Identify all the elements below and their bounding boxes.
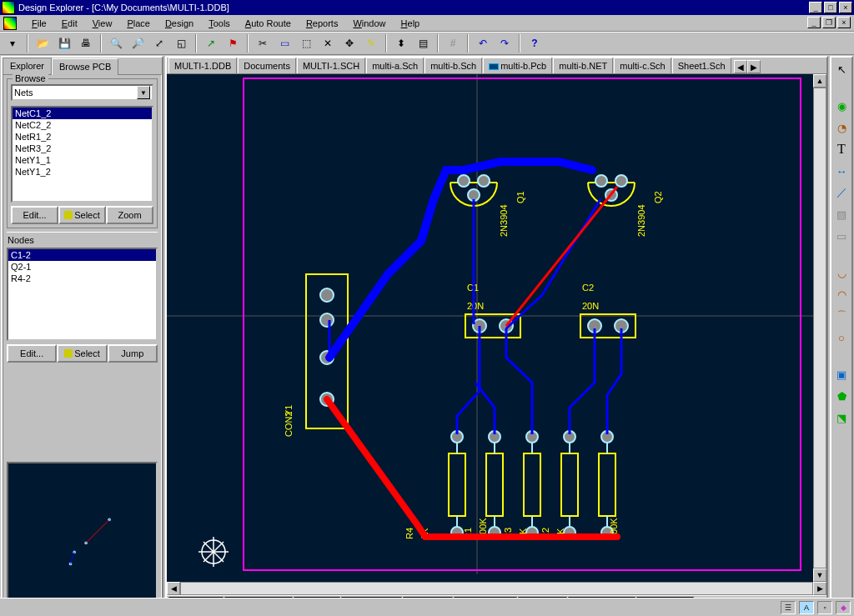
zoom-button[interactable]: Zoom — [106, 206, 153, 224]
mdi-minimize-button[interactable]: _ — [807, 17, 821, 28]
status-4[interactable]: ◆ — [836, 601, 851, 614]
svg-point-16 — [320, 313, 334, 327]
doc-tab[interactable]: multi-a.Sch — [366, 58, 424, 73]
select-button[interactable]: Select — [58, 206, 106, 224]
undo-button[interactable]: ↶ — [474, 34, 492, 53]
nodes-listbox[interactable]: C1-2 Q2-1 R4-2 — [7, 248, 158, 341]
component-tool[interactable]: ▣ — [833, 366, 850, 383]
arc-tool-3[interactable]: ⌒ — [833, 308, 850, 324]
rect-tool[interactable]: ▭ — [833, 228, 850, 244]
highlight-button[interactable]: ✎ — [362, 34, 380, 53]
node-edit-button[interactable]: Edit... — [7, 344, 57, 363]
menu-place[interactable]: Place — [120, 17, 157, 30]
menu-file[interactable]: File — [25, 17, 53, 30]
zoom-fit-button[interactable]: ⤢ — [150, 34, 168, 53]
zoom-out-button[interactable]: 🔎 — [128, 34, 147, 53]
svg-text:C2: C2 — [582, 283, 594, 293]
mdi-restore-button[interactable]: ❐ — [822, 17, 836, 28]
list-item[interactable]: NetR1_2 — [13, 131, 152, 143]
save-button[interactable]: 💾 — [55, 34, 73, 53]
report-button[interactable]: ▤ — [414, 34, 432, 53]
library-button[interactable]: ⬍ — [392, 34, 410, 53]
dimension-tool[interactable]: ↔ — [833, 163, 850, 179]
tool-2[interactable]: ⚑ — [224, 34, 242, 53]
deselect-button[interactable]: ✕ — [319, 34, 337, 53]
doc-tab[interactable]: multi-c.Sch — [614, 58, 671, 73]
mdi-close-button[interactable]: × — [837, 17, 851, 28]
arc-tool-2[interactable]: ◠ — [833, 286, 850, 303]
minimize-button[interactable]: _ — [809, 2, 822, 13]
status-2[interactable]: A — [799, 601, 814, 614]
arc-tool-1[interactable]: ◡ — [833, 264, 850, 281]
move-button[interactable]: ✥ — [340, 34, 359, 53]
split-tool[interactable]: ⬔ — [833, 409, 850, 426]
doc-tab[interactable]: MULTI-1.DDB — [168, 58, 237, 73]
tab-scroll-left[interactable]: ◀ — [734, 60, 747, 73]
pad-tool[interactable]: ◉ — [833, 98, 850, 114]
close-button[interactable]: × — [839, 2, 852, 13]
via-tool[interactable]: ◔ — [833, 119, 850, 136]
doc-tab-active[interactable]: multi-b.Pcb — [483, 58, 552, 73]
menu-design[interactable]: Design — [158, 17, 200, 30]
redraw-button[interactable]: ◱ — [172, 34, 190, 53]
list-item[interactable]: NetY1_2 — [13, 166, 152, 178]
tool-1[interactable]: ↗ — [202, 34, 220, 53]
select-dash-button[interactable]: ⬚ — [297, 34, 315, 53]
scroll-up-button[interactable]: ▲ — [813, 74, 826, 88]
chevron-down-icon[interactable]: ▼ — [137, 86, 150, 99]
menu-edit[interactable]: Edit — [55, 17, 84, 30]
redo-button[interactable]: ↷ — [495, 34, 514, 53]
help-button[interactable]: ? — [525, 34, 544, 53]
status-1[interactable]: ☰ — [781, 601, 796, 614]
node-select-button[interactable]: Select — [57, 344, 107, 363]
doc-tab[interactable]: Documents — [238, 58, 296, 73]
list-item[interactable]: NetR3_2 — [13, 143, 152, 154]
new-button[interactable]: ▾ — [3, 34, 22, 53]
edit-button[interactable]: Edit... — [11, 206, 58, 224]
cut-button[interactable]: ✂ — [254, 34, 272, 53]
menu-window[interactable]: Window — [346, 17, 392, 30]
menu-tools[interactable]: Tools — [202, 17, 237, 30]
scroll-right-button[interactable]: ▶ — [813, 582, 826, 595]
zoom-in-button[interactable]: 🔍 — [107, 34, 125, 53]
print-button[interactable]: 🖶 — [77, 34, 95, 53]
open-button[interactable]: 📂 — [33, 34, 52, 53]
menu-view[interactable]: View — [86, 17, 119, 30]
horizontal-scrollbar[interactable]: ◀ ▶ — [167, 582, 826, 595]
list-item[interactable]: R4-2 — [8, 273, 156, 284]
list-item[interactable]: C1-2 — [8, 249, 156, 261]
nets-listbox[interactable]: NetC1_2 NetC2_2 NetR1_2 NetR3_2 NetY1_1 … — [11, 106, 153, 203]
minimap[interactable] — [7, 462, 158, 608]
app-menu-icon[interactable] — [3, 17, 17, 30]
list-item[interactable]: Q2-1 — [8, 261, 156, 273]
doc-tab[interactable]: multi-b.NET — [553, 58, 613, 73]
menu-autoroute[interactable]: Auto Route — [239, 17, 298, 30]
list-item[interactable]: NetC1_2 — [13, 108, 152, 119]
pcb-canvas[interactable]: Y1 CON2 Q1 2N3904 — [167, 74, 826, 582]
maximize-button[interactable]: □ — [824, 2, 837, 13]
menu-help[interactable]: Help — [394, 17, 427, 30]
tab-scroll-right[interactable]: ▶ — [747, 60, 761, 73]
list-item[interactable]: NetC2_2 — [13, 119, 152, 131]
circle-tool[interactable]: ○ — [833, 329, 850, 346]
browse-dropdown[interactable]: Nets ▼ — [11, 84, 153, 101]
select-rect-button[interactable]: ▭ — [275, 34, 294, 53]
menu-reports[interactable]: Reports — [299, 17, 345, 30]
tab-browse-pcb[interactable]: Browse PCB — [52, 58, 118, 75]
list-item[interactable]: NetY1_1 — [13, 154, 152, 166]
polygon-tool[interactable]: ⬟ — [833, 388, 850, 404]
tab-explorer[interactable]: Explorer — [3, 58, 52, 74]
fill-tool[interactable]: ▧ — [833, 206, 850, 223]
doc-tab[interactable]: MULTI-1.SCH — [297, 58, 365, 73]
line-tool[interactable]: ／ — [833, 184, 850, 201]
scroll-down-button[interactable]: ▼ — [813, 568, 826, 582]
text-tool[interactable]: T — [833, 141, 850, 158]
jump-button[interactable]: Jump — [108, 344, 158, 363]
vertical-scrollbar[interactable]: ▲ ▼ — [813, 74, 826, 582]
status-3[interactable]: ▫ — [817, 601, 832, 614]
scroll-left-button[interactable]: ◀ — [167, 582, 180, 595]
grid-button[interactable]: # — [444, 34, 462, 53]
doc-tab[interactable]: Sheet1.Sch — [672, 58, 731, 73]
cursor-tool[interactable]: ↖ — [833, 61, 850, 78]
doc-tab[interactable]: multi-b.Sch — [424, 58, 482, 73]
